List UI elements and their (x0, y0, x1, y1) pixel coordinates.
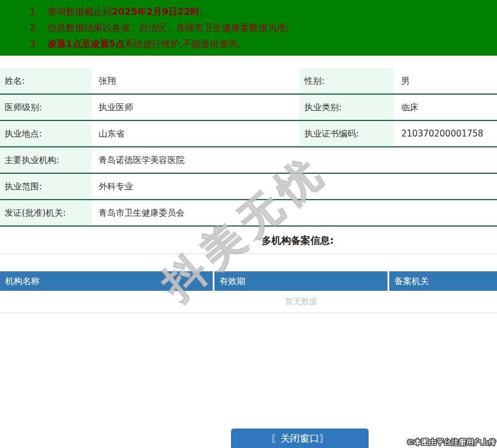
field-label-practice-scope: 执业范围: (0, 174, 92, 199)
col-header-filing-authority: 备案机关 (389, 271, 497, 291)
practitioner-info-table: 姓名: 张翔 性别: 男 医师级别: 执业医师 执业类别: 临床 执业地点: 山… (0, 68, 497, 227)
table-row: 执业范围: 外科专业 (0, 174, 497, 200)
close-window-button[interactable]: 〖关闭窗口〗 (231, 428, 369, 448)
table-row: 医师级别: 执业医师 执业类别: 临床 (0, 95, 497, 121)
notice-prefix: 2、 信息数据结果以各省、自治区、直辖市卫生健康委数据为准; (30, 22, 289, 33)
field-value-main-institution: 青岛诺德医学美容医院 (92, 147, 497, 173)
field-value-name: 张翔 (92, 68, 299, 94)
notice-banner: 1、 查询数据截止到2025年2月9日22时; 2、 信息数据结果以各省、自治区… (0, 0, 497, 56)
col-header-validity-period: 有效期 (214, 271, 388, 291)
field-label-issuing-authority: 发证(批准)机关: (0, 200, 92, 225)
notice-prefix: 3、 (30, 38, 48, 49)
table-row: 姓名: 张翔 性别: 男 (0, 68, 497, 95)
field-value-practice-scope: 外科专业 (92, 174, 497, 199)
col-header-institution-name: 机构名称 (0, 271, 213, 291)
field-value-doctor-level: 执业医师 (92, 95, 299, 120)
field-value-issuing-authority: 青岛市卫生健康委员会 (92, 200, 497, 225)
field-label-practice-location: 执业地点: (0, 121, 92, 146)
field-value-gender: 男 (394, 68, 497, 94)
notice-line-3: 3、 凌晨1点至凌晨5点系统进行维护,不能提供查询。 (30, 36, 497, 52)
notice-bold: 凌晨1点至凌晨5点 (48, 38, 124, 49)
multi-org-table-header: 机构名称 有效期 备案机关 (0, 271, 497, 291)
empty-data-row: 暂无数据 (0, 291, 497, 313)
notice-suffix: ; (199, 6, 202, 17)
copyright-note: ©本图由平台注册用户上传 (406, 437, 496, 447)
field-label-practice-category: 执业类别: (299, 95, 394, 120)
table-row: 主要执业机构: 青岛诺德医学美容医院 (0, 147, 497, 174)
field-label-gender: 性别: (299, 68, 394, 94)
field-value-license-number: 210370200001758 (394, 121, 497, 146)
notice-line-2: 2、 信息数据结果以各省、自治区、直辖市卫生健康委数据为准; (30, 20, 497, 36)
notice-prefix: 1、 查询数据截止到 (30, 6, 112, 17)
field-label-license-number: 执业证书编码: (299, 121, 394, 146)
empty-data-text: 暂无数据 (285, 297, 318, 307)
field-label-name: 姓名: (0, 68, 92, 94)
notice-suffix: 系统进行维护,不能提供查询。 (125, 38, 247, 49)
table-row: 发证(批准)机关: 青岛市卫生健康委员会 (0, 200, 497, 227)
field-label-main-institution: 主要执业机构: (0, 147, 92, 173)
notice-bold: 2025年2月9日22时 (112, 6, 199, 17)
section-title-multi-org: 多机构备案信息: (0, 228, 497, 254)
field-label-doctor-level: 医师级别: (0, 95, 92, 120)
query-result-page: 1、 查询数据截止到2025年2月9日22时; 2、 信息数据结果以各省、自治区… (0, 0, 497, 448)
field-value-practice-category: 临床 (394, 95, 497, 120)
notice-line-1: 1、 查询数据截止到2025年2月9日22时; (30, 4, 497, 20)
table-row: 执业地点: 山东省 执业证书编码: 210370200001758 (0, 121, 497, 147)
field-value-practice-location: 山东省 (92, 121, 299, 146)
